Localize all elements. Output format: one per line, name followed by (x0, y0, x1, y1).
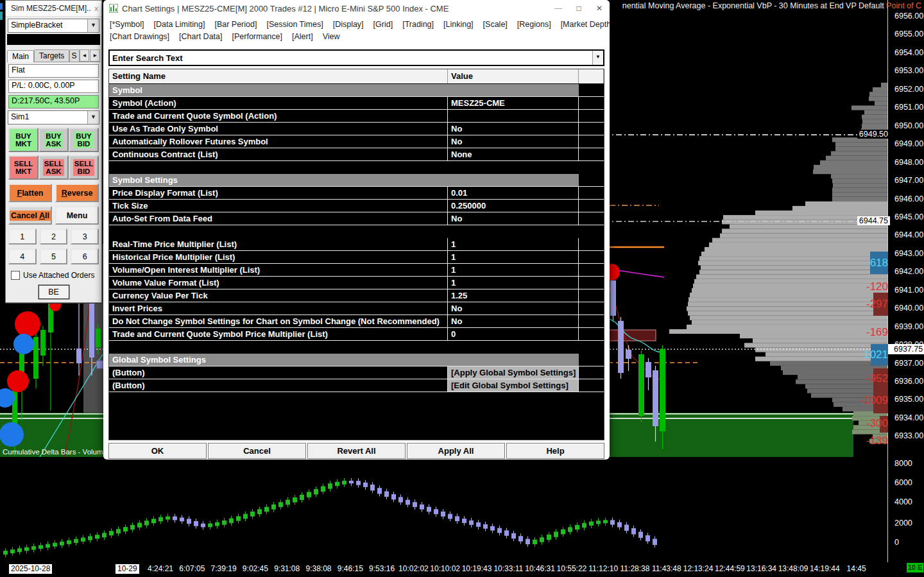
section-header-extra (579, 354, 604, 366)
menu-item[interactable]: [Display] (333, 20, 364, 29)
search-dropdown-icon[interactable]: ▼ (592, 51, 603, 65)
menu-item[interactable]: [Chart Data] (179, 32, 222, 41)
sell-mkt-button[interactable]: SELLMKT (8, 155, 38, 180)
help-button[interactable]: Help (506, 443, 604, 459)
setting-row[interactable]: (Button)[Apply Global Symbol Settings] (109, 366, 604, 379)
subchart-tick: 4000 (894, 497, 912, 506)
close-icon[interactable]: ✕ (589, 1, 610, 16)
menu-item[interactable]: [Linking] (443, 20, 474, 29)
buy-bid-button[interactable]: BUYBID (69, 128, 99, 152)
price-tick: 6944.00 (894, 230, 923, 239)
setting-row[interactable]: Volume Value Format (List)1 (109, 277, 604, 289)
settings-search-input[interactable] (110, 51, 592, 65)
setting-row[interactable]: Currency Value Per Tick1.25 (109, 289, 604, 302)
setting-row[interactable]: Auto-Set From Data FeedNo (109, 212, 604, 225)
setting-row[interactable]: Tick Size0.250000 (109, 200, 604, 212)
menu-item[interactable]: [Bar Period] (214, 20, 257, 29)
reverse-button[interactable]: Reverse (55, 184, 99, 202)
quantity-button-4[interactable]: 4 (8, 248, 37, 264)
order-preset-dropdown[interactable]: SimpleBracket ▼ (8, 19, 99, 33)
column-header-extra (579, 69, 604, 83)
dialog-title: Chart Settings | MESZ25-CME[M] 2000 Trad… (122, 4, 548, 13)
setting-row[interactable]: Do Not Change Symbol Settings for Chart … (109, 315, 604, 328)
subchart-tick: 2000 (894, 519, 912, 528)
menu-item[interactable]: [Performance] (232, 32, 282, 41)
cancel-button[interactable]: Cancel (208, 443, 306, 459)
trade-window-titlebar[interactable]: Sim MESZ25-CME[M]... x (6, 1, 101, 17)
menu-item[interactable]: [Alert] (292, 32, 313, 41)
account-dropdown[interactable]: Sim1 ▼ (8, 110, 99, 125)
apply-all-button[interactable]: Apply All (407, 443, 505, 459)
buy-ask-button[interactable]: BUYASK (38, 128, 69, 152)
axis-time-label: 9:46:15 (338, 564, 363, 573)
sell-ask-button[interactable]: SELLASK (38, 155, 69, 180)
setting-row[interactable]: Symbol (Action)MESZ25-CME (109, 97, 604, 110)
price-tick: 6955.00 (894, 30, 923, 39)
quantity-button-3[interactable]: 3 (71, 228, 99, 245)
setting-value-cell: No (448, 212, 579, 225)
setting-row[interactable]: Use As Trade Only SymbolNo (109, 123, 604, 135)
setting-row[interactable]: Trade and Current Quote Symbol Price Mul… (109, 328, 604, 341)
chevron-down-icon[interactable]: ▼ (87, 19, 99, 32)
buy-buttons-row: BUYMKTBUYASKBUYBID (8, 128, 99, 152)
sell-buttons-row: SELLMKTSELLASKSELLBID (8, 155, 99, 180)
close-icon[interactable]: x (91, 4, 101, 12)
time-axis[interactable]: 2025-10-2810-294:24:216:07:057:39:199:02… (0, 562, 924, 577)
section-header-row: Symbol Settings (109, 174, 604, 187)
menu-item[interactable]: [Data Limiting] (154, 20, 205, 29)
menu-item[interactable]: View (323, 32, 340, 41)
setting-row[interactable]: Price Display Format (List)0.01 (109, 187, 604, 200)
price-scale[interactable]: 6956.006955.006954.006953.006952.006951.… (888, 0, 924, 457)
dialog-titlebar[interactable]: Chart Settings | MESZ25-CME[M] 2000 Trad… (103, 0, 610, 17)
dialog-menus: [*Symbol][Data Limiting][Bar Period][Ses… (103, 17, 610, 44)
setting-value-cell[interactable]: [Apply Global Symbol Settings] (448, 366, 579, 379)
menu-button-label: Menu (67, 211, 88, 220)
menu-button[interactable]: Menu (55, 206, 99, 225)
cancel-all-button[interactable]: Cancel All (8, 206, 52, 225)
menu-item[interactable]: [Market Depth] (561, 20, 610, 29)
trade-window-title: Sim MESZ25-CME[M]... (6, 4, 91, 13)
menu-item[interactable]: [Session Times] (266, 20, 323, 29)
setting-row[interactable]: Automatically Rollover Futures SymbolNo (109, 135, 604, 148)
menu-item[interactable]: [Scale] (483, 20, 508, 29)
pl-field: P/L: 0.00C, 0.00P (8, 80, 99, 93)
menu-item[interactable]: [Trading] (402, 20, 434, 29)
maximize-icon[interactable]: □ (569, 1, 589, 16)
setting-name-cell: Continuous Contract (List) (109, 148, 448, 160)
sell-bid-button[interactable]: SELLBID (69, 155, 99, 180)
use-attached-orders-checkbox[interactable] (11, 271, 20, 280)
revert-all-button[interactable]: Revert All (307, 443, 406, 459)
buy-ask-label: BUYASK (44, 132, 62, 148)
setting-row[interactable]: Real-Time Price Multiplier (List)1 (109, 238, 604, 251)
setting-row[interactable]: Historical Price Multiplier (List)1 (109, 251, 604, 264)
quantity-button-5[interactable]: 5 (40, 248, 68, 264)
ok-button[interactable]: OK (108, 443, 207, 459)
breakeven-button[interactable]: BE (38, 285, 69, 299)
quantity-button-6[interactable]: 6 (71, 248, 99, 264)
setting-row[interactable]: Volume/Open Interest Multiplier (List)1 (109, 264, 604, 277)
delta-value-label: -120 (866, 280, 888, 293)
tab-targets[interactable]: Targets (34, 49, 69, 62)
tab-scroll-left-icon[interactable]: ◄ (80, 49, 90, 62)
setting-name-cell: Volume Value Format (List) (109, 277, 448, 289)
quantity-button-1[interactable]: 1 (8, 228, 37, 245)
minimize-icon[interactable]: — (548, 1, 569, 16)
chevron-down-icon[interactable]: ▼ (87, 111, 99, 124)
quantity-button-2[interactable]: 2 (40, 228, 68, 245)
axis-time-label: 7:39:19 (211, 564, 237, 573)
setting-row[interactable]: (Button)[Edit Global Symbol Settings] (109, 379, 604, 392)
flatten-button[interactable]: Flatten (8, 184, 52, 202)
setting-row[interactable]: Trade and Current Quote Symbol (Action) (109, 110, 604, 123)
setting-value-cell[interactable]: [Edit Global Symbol Settings] (448, 379, 579, 392)
menu-item[interactable]: [Grid] (373, 20, 393, 29)
menu-item[interactable]: [*Symbol] (110, 20, 144, 29)
menu-item[interactable]: [Chart Drawings] (110, 32, 169, 41)
tab-s[interactable]: S (69, 49, 79, 62)
setting-row[interactable]: Continuous Contract (List)None (109, 148, 604, 161)
tab-scroll-right-icon[interactable]: ► (90, 49, 100, 62)
buy-mkt-button[interactable]: BUYMKT (8, 128, 38, 152)
setting-name-cell: Historical Price Multiplier (List) (109, 251, 448, 263)
tab-main[interactable]: Main (7, 50, 34, 62)
menu-item[interactable]: [Regions] (517, 20, 551, 29)
setting-row[interactable]: Invert PricesNo (109, 302, 604, 315)
